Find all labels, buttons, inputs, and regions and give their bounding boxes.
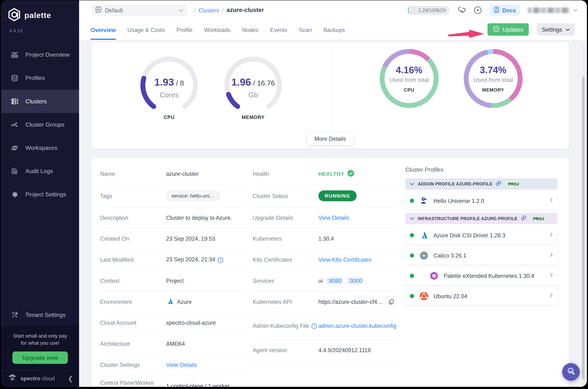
collapse-sidebar-icon[interactable]: ❮ [68, 374, 73, 382]
profile-item-palette-extended-kubernetes[interactable]: Palette eXtended Kubernetes 1.30.4 [405, 266, 557, 285]
azure-logo-icon [166, 297, 173, 306]
more-details-button[interactable]: More Details [307, 132, 353, 145]
profile-item-azure-disk-csi[interactable]: Azure Disk CSI Driver 1.28.3 [405, 226, 557, 244]
bar-chart-icon [10, 51, 19, 59]
updates-button[interactable]: Updates [487, 23, 529, 35]
upgrade-now-button[interactable]: Upgrade now [13, 351, 68, 364]
sidebar-item-project-overview[interactable]: Project Overview [1, 43, 79, 66]
updates-label: Updates [503, 26, 524, 33]
cpu-total-value: 8 [180, 79, 184, 87]
cluster-profiles-title: Cluster Profiles [405, 166, 557, 173]
proj-badge: PROJ [505, 181, 522, 187]
detail-row-upgrade: Upgrade Details View Details [253, 207, 397, 228]
memory-used-value: 1.96 [231, 77, 251, 88]
memory-usage-gauge: 1.96 / 16.76 Gb MEMORY [221, 53, 285, 121]
tab-workloads[interactable]: Workloads [204, 20, 230, 40]
sidebar-item-tenant-settings[interactable]: Tenant Settings [1, 305, 79, 326]
user-name-blurred [528, 7, 570, 13]
scrollbar-thumb[interactable] [582, 77, 585, 379]
palette-logo-icon [8, 8, 21, 23]
sidebar-item-workspaces[interactable]: Workspaces [1, 136, 79, 160]
tab-overview[interactable]: Overview [91, 20, 116, 40]
detail-row-kubeconfig: Admin Kubeconfig File admin.azure-cluste… [253, 312, 397, 340]
app-stage: palette 4.4.19 Project Overview [0, 0, 588, 389]
profile-item-ubuntu[interactable]: Ubuntu 22.04 [405, 287, 557, 305]
profile-item-hello-universe[interactable]: Hello Universe 1.2.0 [405, 191, 557, 210]
settings-button[interactable]: Settings [537, 23, 575, 35]
search-document-icon [10, 167, 19, 175]
project-scope-icon [95, 6, 102, 14]
search-fab-button[interactable] [562, 363, 580, 381]
tag-chip[interactable]: service: hello-uni… [166, 191, 220, 201]
kubeconfig-download-link[interactable]: admin.azure-cluster.kubeconfig [318, 323, 396, 329]
kubernetes-api-url: https://azure-cluster-cf42… [318, 298, 383, 305]
app-window: palette 4.4.19 Project Overview [1, 0, 587, 387]
detail-row-status: Cluster Status RUNNING [253, 184, 397, 207]
detail-row-name: Name azure-cluster [100, 163, 247, 184]
chevron-down-icon [573, 9, 578, 12]
sidebar-item-audit-logs[interactable]: Audit Logs [1, 160, 79, 183]
resource-overview-card: 1.93 / 8 Cores CPU 1.96 / 16.76 Gb MEMOR… [91, 42, 569, 149]
chevron-right-icon [550, 232, 553, 238]
user-menu[interactable] [528, 7, 578, 13]
usage-value: 1.29/100kCh [419, 7, 446, 13]
promo-text: Start small and only pay for what you us… [6, 332, 74, 347]
settings-label: Settings [542, 26, 562, 33]
sidebar: palette 4.4.19 Project Overview [1, 0, 79, 387]
cluster-details-card: Name azure-cluster Tags service: hello-u… [91, 158, 569, 387]
sidebar-logo-block: palette 4.4.19 [1, 0, 79, 33]
detail-row-nodes: Control Plane/Worker Nodes 1 control-pla… [100, 376, 247, 387]
upgrade-promo-panel: Start small and only pay for what you us… [1, 325, 79, 370]
service-port-link[interactable]: :3000 [347, 277, 364, 285]
upgrade-view-details-link[interactable]: View Details [318, 215, 349, 221]
detail-row-cluster-settings: Cluster Settings View Details [100, 355, 247, 376]
sidebar-item-clusters[interactable]: Clusters [1, 90, 79, 113]
link-icon [496, 180, 502, 187]
detail-row-services: Services ui:8080:3000 [253, 270, 397, 292]
detail-row-health: Health HEALTHY [253, 163, 397, 184]
tools-icon [10, 311, 19, 319]
tab-profile[interactable]: Profile [176, 20, 193, 40]
memory-total-value: 16.76 [257, 79, 275, 87]
addon-profile-header[interactable]: ADDON PROFILE AZURE-PROFILE PROJ [405, 178, 557, 190]
sidebar-item-label: Audit Logs [26, 168, 53, 174]
sidebar-item-label: Profiles [26, 75, 45, 81]
chat-icon[interactable] [457, 6, 466, 14]
server-icon [10, 97, 19, 105]
cluster-settings-view-details-link[interactable]: View Details [166, 361, 197, 368]
usage-progress-arc [408, 6, 413, 15]
layers-icon [10, 74, 19, 82]
info-icon[interactable] [311, 323, 317, 329]
tab-scan[interactable]: Scan [299, 20, 312, 40]
ubuntu-logo [419, 291, 429, 301]
content-area: 1.93 / 8 Cores CPU 1.96 / 16.76 Gb MEMOR… [79, 40, 587, 387]
project-selector[interactable]: Default [91, 4, 187, 16]
status-dot-green [410, 273, 414, 278]
sidebar-item-profiles[interactable]: Profiles [1, 66, 79, 90]
view-k8s-certificates-link[interactable]: View K8s Certificates [318, 257, 371, 263]
breadcrumb-current: azure-cluster [227, 7, 264, 13]
main-area: Default / Clusters / azure-cluster 1.29/… [79, 0, 587, 387]
tab-events[interactable]: Events [270, 20, 287, 40]
info-icon[interactable] [218, 257, 224, 263]
sidebar-item-project-settings[interactable]: Project Settings [1, 183, 79, 206]
cpu-gauge-label: CPU [137, 115, 201, 120]
infrastructure-profile-header[interactable]: INFRASTRUCTURE PROFILE AZURE-PROFILE PRO… [405, 213, 557, 224]
memory-unit: Gb [221, 91, 285, 99]
cluster-profiles-panel: Cluster Profiles ADDON PROFILE AZURE-PRO… [405, 166, 557, 305]
spectro-cloud-logo [8, 374, 17, 383]
profile-item-calico[interactable]: Calico 3.26.1 [405, 246, 557, 265]
copy-icon[interactable] [386, 296, 396, 307]
docs-button[interactable]: Docs [490, 4, 520, 16]
tab-usage-costs[interactable]: Usage & Costs [127, 20, 165, 40]
tab-backups[interactable]: Backups [323, 20, 345, 40]
service-port-link[interactable]: :8080 [326, 277, 343, 285]
check-circle-icon [347, 170, 354, 178]
tab-nodes[interactable]: Nodes [242, 20, 258, 40]
sidebar-item-cluster-groups[interactable]: Cluster Groups [1, 113, 79, 136]
brand-name: palette [24, 11, 51, 20]
breadcrumb-clusters-link[interactable]: Clusters [198, 7, 219, 13]
tabs-bar: Overview Usage & Costs Profile Workloads… [79, 20, 587, 40]
compass-icon[interactable] [474, 6, 482, 14]
memory-gauge-label: MEMORY [221, 115, 285, 120]
